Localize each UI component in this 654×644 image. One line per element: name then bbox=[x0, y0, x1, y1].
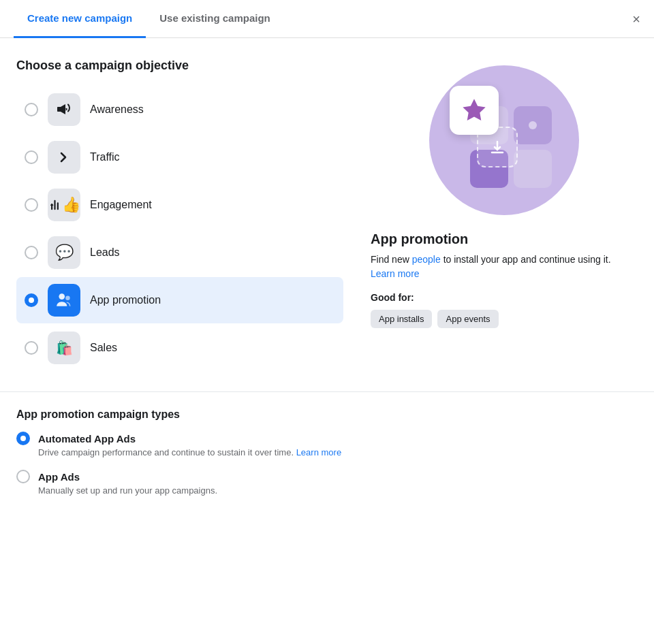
label-app-promotion: App promotion bbox=[90, 294, 161, 306]
svg-marker-2 bbox=[463, 99, 485, 120]
icon-app-promotion bbox=[48, 284, 80, 317]
good-for-title: Good for: bbox=[371, 292, 638, 303]
right-panel: App promotion Find new people to install… bbox=[371, 59, 638, 371]
close-button[interactable]: × bbox=[632, 12, 640, 26]
radio-row-app-ads: App Ads bbox=[16, 470, 638, 483]
radio-automated[interactable] bbox=[16, 432, 30, 445]
modal-header: Create new campaign Use existing campaig… bbox=[0, 0, 654, 38]
radio-engagement[interactable] bbox=[25, 198, 38, 212]
desc-app-ads: Manually set up and run your app campaig… bbox=[38, 485, 638, 497]
icon-sales: 🛍️ bbox=[48, 332, 80, 364]
promo-title: App promotion bbox=[371, 231, 638, 247]
star-card-icon bbox=[450, 86, 499, 135]
app-card-4 bbox=[514, 150, 552, 188]
icon-engagement: 👍 bbox=[48, 189, 80, 221]
learn-more-automated-link[interactable]: Learn more bbox=[296, 447, 341, 457]
radio-leads[interactable] bbox=[25, 246, 38, 259]
objective-item-awareness[interactable]: Awareness bbox=[16, 86, 343, 133]
main-content: Choose a campaign objective Awareness Tr… bbox=[0, 38, 654, 391]
objective-item-leads[interactable]: 💬 Leads bbox=[16, 229, 343, 276]
promo-people-link[interactable]: people bbox=[412, 254, 441, 265]
radio-inner-automated bbox=[20, 436, 26, 441]
tag-app-installs: App installs bbox=[371, 310, 432, 328]
icon-leads: 💬 bbox=[48, 236, 80, 269]
tab-existing-campaign[interactable]: Use existing campaign bbox=[146, 0, 284, 38]
tab-create-campaign[interactable]: Create new campaign bbox=[14, 0, 146, 38]
promo-desc-before: Find new bbox=[371, 254, 412, 265]
radio-traffic[interactable] bbox=[25, 150, 38, 164]
icon-awareness bbox=[48, 93, 80, 126]
promo-learn-more-link[interactable]: Learn more bbox=[371, 268, 420, 279]
app-card-2 bbox=[514, 106, 552, 144]
good-for-tags: App installs App events bbox=[371, 310, 638, 328]
radio-app-ads[interactable] bbox=[16, 470, 30, 483]
left-panel: Choose a campaign objective Awareness Tr… bbox=[16, 59, 343, 371]
radio-awareness[interactable] bbox=[25, 103, 38, 116]
objective-item-sales[interactable]: 🛍️ Sales bbox=[16, 325, 343, 371]
radio-app-promotion[interactable] bbox=[25, 293, 38, 307]
label-awareness: Awareness bbox=[90, 103, 144, 116]
label-engagement: Engagement bbox=[90, 199, 152, 211]
radio-row-automated: Automated App Ads bbox=[16, 432, 638, 445]
radio-option-automated[interactable]: Automated App Ads Drive campaign perform… bbox=[16, 432, 638, 459]
campaign-types-title: App promotion campaign types bbox=[16, 408, 638, 421]
objective-list: Awareness Traffic 👍 Engagement bbox=[16, 86, 343, 371]
svg-point-0 bbox=[59, 293, 65, 300]
icon-traffic bbox=[48, 141, 80, 174]
tag-app-events: App events bbox=[437, 310, 498, 328]
promo-desc-after: to install your app and continue using i… bbox=[441, 254, 611, 265]
label-sales: Sales bbox=[90, 342, 117, 354]
radio-sales[interactable] bbox=[25, 341, 38, 355]
objective-item-traffic[interactable]: Traffic bbox=[16, 134, 343, 180]
objective-item-engagement[interactable]: 👍 Engagement bbox=[16, 182, 343, 228]
svg-point-3 bbox=[529, 121, 537, 129]
section-title: Choose a campaign objective bbox=[16, 59, 343, 73]
label-traffic: Traffic bbox=[90, 151, 120, 163]
label-app-ads: App Ads bbox=[38, 471, 80, 483]
svg-point-1 bbox=[65, 296, 70, 301]
desc-automated: Drive campaign performance and continue … bbox=[38, 447, 638, 459]
objective-item-app-promotion[interactable]: App promotion bbox=[16, 277, 343, 323]
bottom-section: App promotion campaign types Automated A… bbox=[0, 391, 654, 528]
promo-description: Find new people to install your app and … bbox=[371, 253, 638, 281]
promo-illustration bbox=[429, 65, 579, 215]
radio-inner-app-promotion bbox=[29, 297, 34, 303]
label-leads: Leads bbox=[90, 246, 120, 259]
label-automated: Automated App Ads bbox=[38, 433, 136, 445]
radio-option-app-ads[interactable]: App Ads Manually set up and run your app… bbox=[16, 470, 638, 497]
